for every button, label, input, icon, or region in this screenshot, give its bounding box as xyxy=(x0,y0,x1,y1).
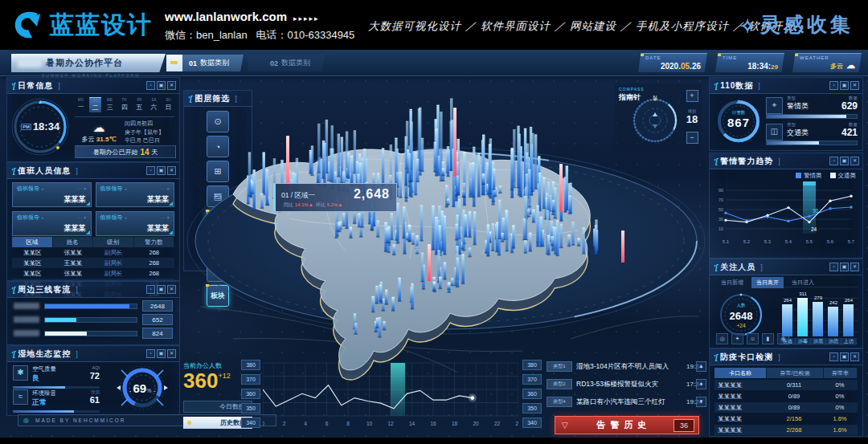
panel-collapse-icon[interactable]: ▫ xyxy=(146,349,155,358)
arrows-decoration: ▸▸▸▸▸ xyxy=(293,14,320,22)
duty-cards: 值班领导›··· ×某某某值班领导›··· ×某某某值班领导›··· ×某某某值… xyxy=(12,182,174,236)
week-row: MO一TU二WE三TH四FR五SA六SU日 xyxy=(75,97,174,112)
key-icon[interactable]: ✦ xyxy=(731,333,743,344)
blurred-label xyxy=(14,330,39,336)
panel-collapse-icon[interactable]: ▫ xyxy=(146,81,155,90)
checkpoint-row[interactable]: 某某某某0/3110% xyxy=(714,380,858,390)
camera-icon: ⌖ xyxy=(766,97,783,114)
map-tooltip: 01 / 区域一 2,648 同比 14.1%▲ 环比 6.2%▲ xyxy=(273,183,397,212)
inspiration-collect[interactable]: ✧灵感收集 xyxy=(739,11,854,38)
duty-card[interactable]: 值班领导›··· ×某某某 xyxy=(12,211,92,236)
panel-collapse-icon[interactable]: ▫ xyxy=(146,166,155,175)
duty-card[interactable]: 值班领导›··· ×某某某 xyxy=(96,182,175,207)
panel-collapse-icon[interactable]: ▫ xyxy=(829,81,838,90)
alert-history-label: 告警历史 xyxy=(575,419,674,431)
time-value: 18:34:29 xyxy=(747,62,778,71)
panel-close-icon[interactable]: ✕ xyxy=(167,285,176,294)
tab-data-category-02[interactable]: 02数据类别 xyxy=(248,55,325,71)
y-tick-plate: 350 xyxy=(522,403,542,413)
y-tick-plate: 370 xyxy=(241,374,260,385)
svg-text:50: 50 xyxy=(719,207,723,212)
svg-text:18: 18 xyxy=(452,421,458,426)
svg-text:30: 30 xyxy=(719,217,723,222)
weekday-cell[interactable]: MO一 xyxy=(75,97,87,112)
panel-close-icon[interactable]: ✕ xyxy=(167,81,176,90)
focus-delta: +24 xyxy=(718,323,764,328)
weekday-cell[interactable]: TH四 xyxy=(118,97,130,112)
date-label: DATE xyxy=(645,55,661,60)
panel-collapse-icon[interactable]: ▫ xyxy=(829,157,838,165)
alert-history-button[interactable]: ▽ 告警历史 36 xyxy=(555,416,699,434)
city-3d-map[interactable] xyxy=(185,74,707,391)
phone-number: 010-63334945 xyxy=(287,29,354,41)
weekday-cell[interactable]: SA六 xyxy=(148,97,160,112)
panel-maximize-icon[interactable]: ▣ xyxy=(840,81,849,90)
panel-maximize-icon[interactable]: ▣ xyxy=(840,352,849,361)
duty-card[interactable]: 值班领导›··· ×某某某 xyxy=(96,211,175,236)
website-link[interactable]: www.lanlanwork.com xyxy=(165,10,287,23)
panel-maximize-icon[interactable]: ▣ xyxy=(840,157,849,165)
duty-table-row[interactable]: 某某区张某某副局长268 xyxy=(12,247,174,258)
svg-text:8: 8 xyxy=(346,421,350,426)
contact-line: 微信：ben_lanlan 电话：010-63334945 xyxy=(165,27,354,43)
warning-triangle-icon: ▽ xyxy=(562,421,568,430)
panel-close-icon[interactable]: ✕ xyxy=(850,352,859,361)
eco-monitoring-panel: '[湿地生态监控]▫▣✕ ✱ 空气质量 良 AQI72 ≈ 环境噪音 正常 分贝… xyxy=(6,345,180,416)
focus-count: 2648 xyxy=(730,310,753,322)
panel-close-icon[interactable]: ✕ xyxy=(167,166,176,175)
panel-maximize-icon[interactable]: ▣ xyxy=(840,263,849,271)
svg-text:90: 90 xyxy=(719,188,723,193)
duty-card[interactable]: 值班领导›··· ×某某某 xyxy=(12,182,92,207)
clock-period: PM xyxy=(21,124,31,130)
weekday-cell[interactable]: TU二 xyxy=(89,97,101,112)
panel-collapse-icon[interactable]: ▫ xyxy=(146,285,155,294)
alert-item[interactable]: 类型2RD13-53栋楼报警疑似火灾17:24 xyxy=(547,377,706,391)
panel-close-icon[interactable]: ✕ xyxy=(850,157,859,165)
panel-collapse-icon[interactable]: ▫ xyxy=(829,352,838,361)
focus-tab[interactable]: 当日新增 xyxy=(716,277,748,288)
car-icon[interactable]: ◎ xyxy=(716,333,728,344)
trend-chart: 907050301036245.15.25.35.45.55.65.7 xyxy=(714,181,858,255)
legend-item[interactable]: 交通类 xyxy=(830,172,857,180)
focus-tab[interactable]: 当日离开 xyxy=(751,277,784,288)
legend-item[interactable]: 警情类 xyxy=(796,172,822,180)
tab-data-category-01[interactable]: 01数据类别 xyxy=(166,55,244,71)
flow-bar-row: 824 xyxy=(14,328,173,338)
panel-maximize-icon[interactable]: ▣ xyxy=(157,166,166,175)
checkpoint-row[interactable]: 某某某某2/2681.6% xyxy=(714,425,858,435)
duty-table-row[interactable]: 某某区王某某副局长268 xyxy=(12,258,174,268)
svg-text:6: 6 xyxy=(326,421,329,426)
panel-collapse-icon[interactable]: ▫ xyxy=(829,263,838,271)
weekday-cell[interactable]: WE三 xyxy=(104,97,116,112)
blurred-logo xyxy=(18,59,42,67)
checkpoint-row[interactable]: 某某某某2/1561.6% xyxy=(714,413,858,424)
duty-table-row[interactable]: 某某区张某某副局长268 xyxy=(12,268,174,279)
weekday-cell[interactable]: FR五 xyxy=(133,97,145,112)
trend-legend: 警情类交通类 xyxy=(796,172,856,180)
checkpoint-row[interactable]: 某某某某0/890% xyxy=(714,391,858,401)
svg-text:5.6: 5.6 xyxy=(827,239,834,244)
bottom-strip: 当前办公人数 360+12 今日数据 历史数据 380370360350340 … xyxy=(183,360,706,437)
panel-close-icon[interactable]: ✕ xyxy=(850,263,859,271)
panel-maximize-icon[interactable]: ▣ xyxy=(157,81,166,90)
panel-close-icon[interactable]: ✕ xyxy=(850,81,859,90)
collect-label: 灵感收集 xyxy=(760,13,854,35)
svg-text:70: 70 xyxy=(719,198,723,202)
scroll-up-icon[interactable]: ▲ xyxy=(696,361,706,372)
alert-text: RD13-53栋楼报警疑似火灾 xyxy=(576,380,683,389)
checkpoint-title: 防疫卡口检测 xyxy=(720,352,773,363)
panel-maximize-icon[interactable]: ▣ xyxy=(157,349,166,358)
checkpoint-row[interactable]: 某某某某0/890% xyxy=(714,402,858,413)
scroll-down-icon[interactable]: ▼ xyxy=(696,397,706,407)
svg-text:5.3: 5.3 xyxy=(764,239,772,244)
person-icon[interactable]: ☺ xyxy=(747,333,759,344)
panel-maximize-icon[interactable]: ▣ xyxy=(157,285,166,294)
weekday-cell[interactable]: SU日 xyxy=(162,97,174,112)
date-plate: DATE 2020.05.26 xyxy=(638,53,707,72)
battery-icon[interactable]: ▮ xyxy=(762,333,774,344)
panel-close-icon[interactable]: ✕ xyxy=(167,349,176,358)
focus-icon-row: ◎✦☺▮◉ xyxy=(716,333,789,344)
alert-item[interactable]: 类型4某路口有小汽车连闯三个红灯19:24 xyxy=(547,395,706,409)
alert-item[interactable]: 类型1湿地3-104片区有不明人员闯入19:24 xyxy=(547,360,706,373)
svg-text:5.1: 5.1 xyxy=(723,239,730,244)
